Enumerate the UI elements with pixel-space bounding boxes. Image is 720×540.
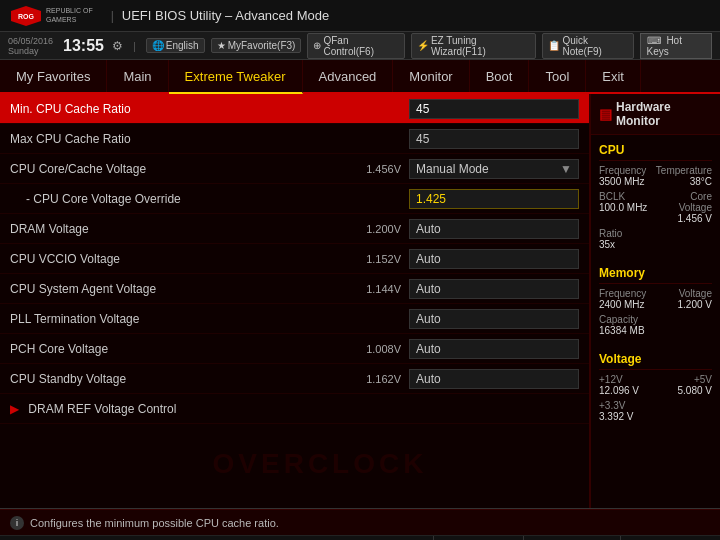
nav-tab-tool[interactable]: Tool <box>529 60 586 92</box>
gear-icon[interactable]: ⚙ <box>112 39 123 53</box>
bios-row-cpu-core-voltage-override[interactable]: - CPU Core Voltage Override1.425 <box>0 184 589 214</box>
hw-col2: +5V5.080 V <box>656 374 713 398</box>
row-label-max-cpu-cache: Max CPU Cache Ratio <box>10 132 409 146</box>
hw-value: 35x <box>599 239 712 250</box>
hw-section-title-voltage: Voltage <box>599 348 712 370</box>
datetime-display: 06/05/2016 Sunday <box>8 36 53 56</box>
status-bar: 06/05/2016 Sunday 13:55 ⚙ | 🌐 English ★ … <box>0 32 720 60</box>
row-value-min-cpu-cache[interactable]: 45 <box>409 99 579 119</box>
info-icon: i <box>10 516 24 530</box>
title-bar: ROG REPUBLIC OF GAMERS | UEFI BIOS Utili… <box>0 0 720 32</box>
star-icon: ★ <box>217 40 226 51</box>
row-value-pch-core-voltage[interactable]: Auto <box>409 339 579 359</box>
row-voltage-cpu-core-cache-voltage: 1.456V <box>346 163 401 175</box>
nav-tab-my-favorites[interactable]: My Favorites <box>0 60 107 92</box>
wizard-icon: ⚡ <box>417 40 429 51</box>
keyboard-icon: ⌨ <box>647 35 661 46</box>
ez-mode-btn[interactable]: EzMode(F7)→ <box>523 536 620 540</box>
quick-note-btn[interactable]: 📋 Quick Note(F9) <box>542 33 633 59</box>
hw-item-row: Frequency3500 MHzTemperature38°C <box>599 165 712 189</box>
rog-shield-icon: ROG <box>10 5 42 27</box>
hw-value: 3.392 V <box>599 411 712 422</box>
bios-row-pch-core-voltage[interactable]: PCH Core Voltage1.008VAuto <box>0 334 589 364</box>
hw-section-cpu: CPUFrequency3500 MHzTemperature38°CBCLK1… <box>591 135 720 258</box>
row-label-pll-termination: PLL Termination Voltage <box>10 312 409 326</box>
row-value-cpu-vccio-voltage[interactable]: Auto <box>409 249 579 269</box>
nav-tab-extreme-tweaker[interactable]: Extreme Tweaker <box>169 60 303 94</box>
hw-col1: +3.3V3.392 V <box>599 400 712 424</box>
nav-tab-boot[interactable]: Boot <box>470 60 530 92</box>
hw-col2: Core Voltage1.456 V <box>656 191 713 226</box>
settings-panel: Min. CPU Cache Ratio45Max CPU Cache Rati… <box>0 94 590 508</box>
row-label-cpu-vccio-voltage: CPU VCCIO Voltage <box>10 252 346 266</box>
row-label-cpu-standby-voltage: CPU Standby Voltage <box>10 372 346 386</box>
row-label-min-cpu-cache: Min. CPU Cache Ratio <box>10 102 409 116</box>
bios-row-cpu-vccio-voltage[interactable]: CPU VCCIO Voltage1.152VAuto <box>0 244 589 274</box>
hw-col1: Frequency2400 MHz <box>599 288 656 312</box>
info-tooltip: i Configures the minimum possible CPU ca… <box>0 509 720 535</box>
row-voltage-pch-core-voltage: 1.008V <box>346 343 401 355</box>
hw-label2: Core Voltage <box>656 191 713 213</box>
row-value-cpu-sys-agent-voltage[interactable]: Auto <box>409 279 579 299</box>
bios-row-cpu-standby-voltage[interactable]: CPU Standby Voltage1.162VAuto <box>0 364 589 394</box>
nav-tab-monitor[interactable]: Monitor <box>393 60 469 92</box>
bios-row-pll-termination[interactable]: PLL Termination VoltageAuto <box>0 304 589 334</box>
hw-col1: +12V12.096 V <box>599 374 656 398</box>
globe-icon: 🌐 <box>152 40 164 51</box>
row-value-cpu-core-cache-voltage[interactable]: Manual Mode▼ <box>409 159 579 179</box>
bios-row-cpu-core-cache-voltage[interactable]: CPU Core/Cache Voltage1.456VManual Mode▼ <box>0 154 589 184</box>
row-voltage-dram-voltage: 1.200V <box>346 223 401 235</box>
row-value-dram-voltage[interactable]: Auto <box>409 219 579 239</box>
row-voltage-cpu-sys-agent-voltage: 1.144V <box>346 283 401 295</box>
bottom-wrapper: i Configures the minimum possible CPU ca… <box>0 508 720 540</box>
fan-icon: ⊕ <box>313 40 321 51</box>
row-voltage-cpu-vccio-voltage: 1.152V <box>346 253 401 265</box>
row-value-cpu-core-voltage-override[interactable]: 1.425 <box>409 189 579 209</box>
row-label-cpu-core-voltage-override: - CPU Core Voltage Override <box>10 192 409 206</box>
ez-tuning-btn[interactable]: ⚡ EZ Tuning Wizard(F11) <box>411 33 537 59</box>
hw-value: 16384 MB <box>599 325 712 336</box>
hw-section-title-memory: Memory <box>599 262 712 284</box>
row-voltage-cpu-standby-voltage: 1.162V <box>346 373 401 385</box>
nav-tab-main[interactable]: Main <box>107 60 168 92</box>
nav-tab-exit[interactable]: Exit <box>586 60 641 92</box>
row-value-cpu-standby-voltage[interactable]: Auto <box>409 369 579 389</box>
hardware-monitor-panel: ▤Hardware MonitorCPUFrequency3500 MHzTem… <box>590 94 720 508</box>
search-faq-btn[interactable]: Search on FAQ <box>620 536 720 540</box>
row-label-pch-core-voltage: PCH Core Voltage <box>10 342 346 356</box>
hw-section-memory: MemoryFrequency2400 MHzVoltage1.200 VCap… <box>591 258 720 344</box>
hw-label: Capacity <box>599 314 712 325</box>
hw-item-row: +12V12.096 V+5V5.080 V <box>599 374 712 398</box>
last-modified-btn[interactable]: Last Modified <box>433 536 523 540</box>
hw-label: Frequency <box>599 165 656 176</box>
hot-keys-btn[interactable]: ⌨ Hot Keys <box>640 33 712 59</box>
qfan-btn[interactable]: ⊕ QFan Control(F6) <box>307 33 404 59</box>
svg-text:ROG: ROG <box>18 13 35 20</box>
bios-row-cpu-sys-agent-voltage[interactable]: CPU System Agent Voltage1.144VAuto <box>0 274 589 304</box>
bios-row-dram-voltage[interactable]: DRAM Voltage1.200VAuto <box>0 214 589 244</box>
hw-value: 2400 MHz <box>599 299 656 310</box>
row-label-cpu-core-cache-voltage: CPU Core/Cache Voltage <box>10 162 346 176</box>
english-btn[interactable]: 🌐 English <box>146 38 205 53</box>
nav-tab-advanced[interactable]: Advanced <box>303 60 394 92</box>
hw-label2: +5V <box>656 374 713 385</box>
hw-section-title-cpu: CPU <box>599 139 712 161</box>
my-favorite-btn[interactable]: ★ MyFavorite(F3) <box>211 38 302 53</box>
hw-col1: BCLK100.0 MHz <box>599 191 656 226</box>
hw-label: +3.3V <box>599 400 712 411</box>
bios-row-dram-ref-voltage[interactable]: ▶ DRAM REF Voltage Control <box>0 394 589 424</box>
row-value-max-cpu-cache[interactable]: 45 <box>409 129 579 149</box>
rog-logo: ROG REPUBLIC OF GAMERS <box>10 5 93 27</box>
row-value-pll-termination[interactable]: Auto <box>409 309 579 329</box>
hw-col2: Temperature38°C <box>656 165 713 189</box>
hw-value: 3500 MHz <box>599 176 656 187</box>
hw-label: Frequency <box>599 288 656 299</box>
tooltip-text: Configures the minimum possible CPU cach… <box>30 517 279 529</box>
hw-item-row: BCLK100.0 MHzCore Voltage1.456 V <box>599 191 712 226</box>
hw-col1: Frequency3500 MHz <box>599 165 656 189</box>
hw-col2: Voltage1.200 V <box>656 288 713 312</box>
bios-row-max-cpu-cache[interactable]: Max CPU Cache Ratio45 <box>0 124 589 154</box>
hw-label2: Temperature <box>656 165 713 176</box>
bios-row-min-cpu-cache[interactable]: Min. CPU Cache Ratio45 <box>0 94 589 124</box>
hw-value2: 1.200 V <box>656 299 713 310</box>
